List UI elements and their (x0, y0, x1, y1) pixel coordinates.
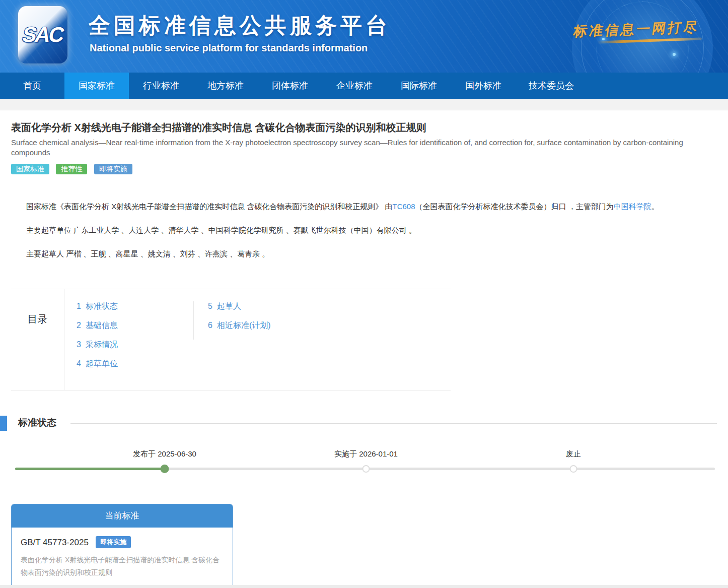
toc-link-drafters[interactable]: 5起草人 (208, 302, 241, 310)
drafting-units-paragraph: 主要起草单位 广东工业大学 、大连大学 、清华大学 、中国科学院化学研究所 、赛… (11, 222, 717, 239)
badge-row: 国家标准 推荐性 即将实施 (11, 164, 717, 175)
toc-item: 2基础信息 (77, 320, 193, 331)
toc-link-adoption[interactable]: 3采标情况 (77, 340, 118, 349)
toc-column-2: 5起草人 6相近标准(计划) (193, 301, 310, 340)
toc-item: 6相近标准(计划) (208, 320, 310, 331)
page: SAC 全国标准信息公共服务平台 National public service… (0, 0, 728, 588)
current-standard-card: 当前标准 GB/T 45773-2025 即将实施 表面化学分析 X射线光电子能… (11, 504, 233, 588)
site-subtitle: National public service platform for sta… (90, 42, 368, 54)
status-timeline: 发布于 2025-06-30 实施于 2026-01-01 废止 (0, 445, 728, 486)
toc-item: 3采标情况 (77, 340, 193, 350)
main-content: 表面化学分析 X射线光电子能谱全扫描谱的准实时信息 含碳化合物表面污染的识别和校… (0, 121, 728, 390)
card-badge-upcoming: 即将实施 (96, 536, 131, 548)
timeline-dot-abolished (570, 465, 577, 473)
sac-logo: SAC (18, 6, 67, 63)
nav-item-home[interactable]: 首页 (0, 73, 64, 99)
toc-item: 1标准状态 (77, 301, 193, 312)
timeline-dot-implemented (362, 465, 370, 473)
site-title: 全国标准信息公共服务平台 (89, 11, 391, 40)
drafters-paragraph: 主要起草人 严楷 、王舰 、高星星 、姚文清 、刘芬 、许燕滨 、葛青亲 。 (11, 245, 717, 263)
card-description: 表面化学分析 X射线光电子能谱全扫描谱的准实时信息 含碳化合物表面污染的识别和校… (21, 554, 224, 578)
timeline-label-abolished: 废止 (566, 449, 581, 459)
nav-item-foreign-standards[interactable]: 国外标准 (451, 73, 516, 99)
main-nav: 首页 国家标准 行业标准 地方标准 团体标准 企业标准 国际标准 国外标准 技术… (0, 73, 728, 99)
standard-title-zh: 表面化学分析 X射线光电子能谱全扫描谱的准实时信息 含碳化合物表面污染的识别和校… (11, 121, 717, 134)
sub-nav-strip (0, 99, 728, 110)
standard-code[interactable]: GB/T 45773-2025 (21, 538, 89, 547)
current-standard-card-header: 当前标准 (12, 504, 233, 528)
toc-column-1: 1标准状态 2基础信息 3采标情况 4起草单位 (77, 301, 193, 378)
nav-item-group-standards[interactable]: 团体标准 (258, 73, 322, 99)
cas-link[interactable]: 中国科学院 (614, 202, 651, 211)
toc-columns: 1标准状态 2基础信息 3采标情况 4起草单位 5起草人 6相近标准(计划) (64, 289, 451, 390)
timeline-label-published: 发布于 2025-06-30 (133, 449, 196, 459)
standard-title-en: Surface chemical analysis—Near real-time… (11, 138, 717, 158)
toc-link-similar-standards[interactable]: 6相近标准(计划) (208, 321, 271, 330)
nav-item-local-standards[interactable]: 地方标准 (193, 73, 258, 99)
page-bottom-strip (0, 585, 728, 588)
toc-box: 目录 1标准状态 2基础信息 3采标情况 4起草单位 5起草人 6相近标准(计划… (11, 289, 451, 390)
toc-item: 4起草单位 (77, 359, 193, 369)
status-section-title: 标准状态 (18, 416, 56, 429)
nav-item-enterprise-standards[interactable]: 企业标准 (322, 73, 387, 99)
intro-paragraph-1: 国家标准《表面化学分析 X射线光电子能谱全扫描谱的准实时信息 含碳化合物表面污染… (11, 198, 717, 215)
intro-p1-text3: 。 (651, 202, 659, 211)
intro-p1-text2: （全国表面化学分析标准化技术委员会）归口 ，主管部门为 (415, 202, 614, 211)
tc608-link[interactable]: TC608 (393, 202, 415, 211)
sac-logo-text: SAC (20, 23, 65, 47)
toc-item: 5起草人 (208, 301, 310, 312)
badge-national-standard: 国家标准 (11, 164, 49, 175)
toc-link-basic-info[interactable]: 2基础信息 (77, 321, 118, 330)
intro-p1-text: 国家标准《表面化学分析 X射线光电子能谱全扫描谱的准实时信息 含碳化合物表面污染… (26, 202, 393, 211)
nav-item-national-standards[interactable]: 国家标准 (64, 73, 129, 99)
nav-item-international-standards[interactable]: 国际标准 (387, 73, 451, 99)
toc-link-standard-status[interactable]: 1标准状态 (77, 302, 118, 310)
timeline-label-implemented: 实施于 2026-01-01 (334, 449, 398, 459)
badge-recommended: 推荐性 (56, 164, 87, 175)
status-section-header: 标准状态 (0, 415, 728, 431)
timeline-dot-published (161, 465, 169, 473)
nav-item-industry-standards[interactable]: 行业标准 (129, 73, 193, 99)
status-section: 标准状态 发布于 2025-06-30 实施于 2026-01-01 废止 (0, 415, 728, 486)
toc-link-drafting-units[interactable]: 4起草单位 (77, 359, 118, 368)
section-divider-line (70, 423, 717, 424)
timeline-progress-fill (15, 468, 165, 470)
standard-code-row: GB/T 45773-2025 即将实施 (21, 536, 224, 548)
badge-upcoming-implementation: 即将实施 (94, 164, 132, 175)
nav-item-technical-committees[interactable]: 技术委员会 (516, 73, 587, 99)
current-standard-card-body: GB/T 45773-2025 即将实施 表面化学分析 X射线光电子能谱全扫描谱… (12, 528, 233, 587)
toc-label: 目录 (11, 289, 64, 390)
site-header: SAC 全国标准信息公共服务平台 National public service… (0, 0, 728, 73)
section-accent-bar (0, 416, 7, 431)
